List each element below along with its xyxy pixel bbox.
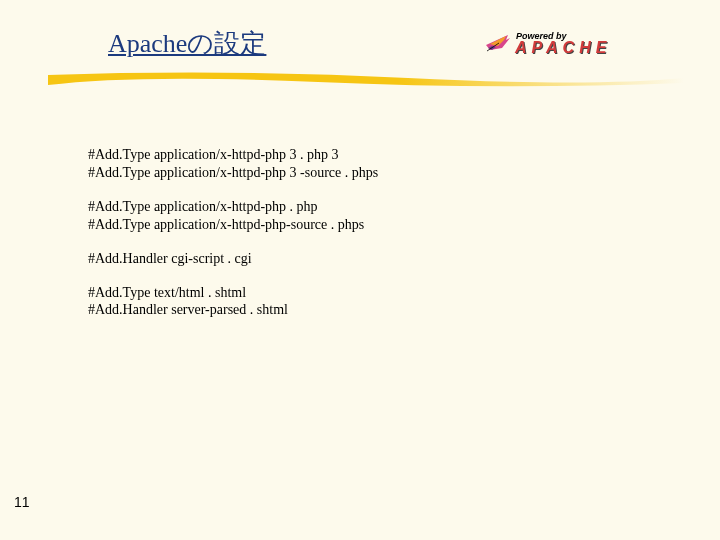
- config-line: #Add.Type application/x-httpd-php . php: [88, 198, 378, 216]
- apache-logo: Powered by APACHE APACHE: [484, 28, 694, 58]
- feather-icon: [486, 35, 510, 51]
- config-content: #Add.Type application/x-httpd-php 3 . ph…: [88, 146, 378, 319]
- page-number: 11: [14, 494, 30, 510]
- config-line: #Add.Handler server-parsed . shtml: [88, 301, 378, 319]
- config-line: #Add.Type application/x-httpd-php 3 -sou…: [88, 164, 378, 182]
- page-title: Apacheの設定: [108, 26, 266, 61]
- divider-gradient: [48, 72, 684, 92]
- config-line: #Add.Type application/x-httpd-php 3 . ph…: [88, 146, 378, 164]
- config-line: #Add.Type text/html . shtml: [88, 284, 378, 302]
- config-line: #Add.Type application/x-httpd-php-source…: [88, 216, 378, 234]
- apache-brand-text: APACHE: [514, 39, 611, 56]
- config-line: #Add.Handler cgi-script . cgi: [88, 250, 378, 268]
